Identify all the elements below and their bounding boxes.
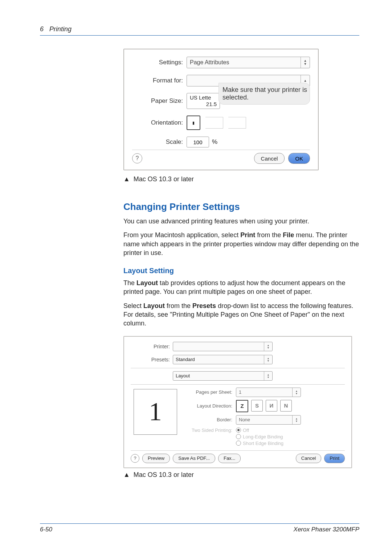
page-number: 6-50: [40, 526, 52, 533]
zigzag-icon: Z: [240, 403, 244, 409]
chapter-title: Printing: [49, 25, 72, 33]
preview-button[interactable]: Preview: [142, 454, 170, 463]
layout-direction-2[interactable]: S: [251, 400, 263, 412]
scale-input[interactable]: [187, 137, 209, 147]
layout-direction-3[interactable]: И: [266, 400, 277, 412]
help-button[interactable]: ?: [132, 153, 142, 163]
ok-button[interactable]: OK: [288, 153, 310, 164]
paper-size-dropdown[interactable]: US Lette 21.5: [187, 93, 220, 109]
page-footer: 6-50 Xerox Phaser 3200MFP: [40, 523, 359, 533]
pane-dropdown[interactable]: Layout▲▼: [173, 371, 273, 381]
presets-label: Presets:: [131, 357, 173, 362]
radio-icon: [236, 441, 241, 446]
tsp-off-radio[interactable]: Off: [236, 428, 283, 433]
print-dialog: Printer: ▲▼ Presets: Standard▲▼ Layout▲▼…: [123, 336, 352, 468]
radio-icon: [236, 434, 241, 439]
separator: [131, 450, 345, 451]
tooltip-callout: Make sure that your printer is selected.: [219, 83, 310, 105]
layout-direction-1[interactable]: Z: [236, 400, 248, 412]
chevron-updown-icon: ▲▼: [301, 57, 310, 68]
help-icon: ?: [136, 155, 139, 162]
pages-per-sheet-dropdown[interactable]: 1▲▼: [236, 388, 301, 397]
triangle-icon: ▲: [123, 471, 130, 479]
help-button[interactable]: ?: [131, 454, 139, 463]
paragraph: From your Macintosh application, select …: [123, 231, 359, 257]
layout-preview: 1: [134, 389, 177, 435]
chevron-updown-icon: ▲▼: [292, 416, 301, 424]
page-setup-dialog: Settings: Page Attributes ▲▼ Format for:…: [123, 49, 319, 170]
layout-direction-4[interactable]: N: [280, 400, 292, 412]
settings-label: Settings:: [132, 59, 187, 66]
paragraph: The Layout tab provides options to adjus…: [123, 279, 359, 296]
settings-dropdown[interactable]: Page Attributes ▲▼: [187, 57, 310, 68]
cancel-button[interactable]: Cancel: [254, 153, 285, 164]
printer-label: Printer:: [131, 344, 173, 349]
paragraph: Select Layout from the Presets drop-down…: [123, 301, 359, 328]
format-for-label: Format for:: [132, 77, 187, 84]
product-name: Xerox Phaser 3200MFP: [294, 526, 359, 533]
help-icon: ?: [134, 455, 136, 461]
orientation-label: Orientation:: [132, 119, 187, 126]
zigzag-icon: S: [255, 402, 259, 409]
subsection-heading: Layout Setting: [123, 267, 359, 275]
two-sided-label: Two Sided Printing:: [186, 428, 236, 433]
orientation-portrait-button[interactable]: ▮: [187, 116, 200, 130]
cancel-button[interactable]: Cancel: [296, 454, 321, 463]
chevron-updown-icon: ▲▼: [264, 372, 272, 380]
paper-size-label: Paper Size:: [132, 97, 187, 105]
chevron-updown-icon: ▲▼: [264, 342, 272, 351]
save-as-pdf-button[interactable]: Save As PDF...: [173, 454, 215, 463]
border-dropdown[interactable]: None▲▼: [236, 415, 301, 425]
scale-unit: %: [212, 138, 217, 146]
fax-button[interactable]: Fax...: [218, 454, 241, 463]
section-heading: Changing Printer Settings: [123, 201, 359, 212]
separator: [131, 384, 345, 385]
chevron-updown-icon: ▲▼: [292, 388, 301, 397]
running-header: 6 Printing: [40, 25, 359, 33]
chapter-number: 6: [40, 25, 44, 33]
triangle-icon: ▲: [123, 175, 130, 183]
zigzag-icon: И: [270, 402, 274, 409]
tsp-long-radio[interactable]: Long-Edge Binding: [236, 434, 283, 439]
figure1-caption: Mac OS 10.3 or later: [134, 175, 194, 183]
presets-dropdown[interactable]: Standard▲▼: [173, 355, 273, 364]
orientation-ghost: [228, 117, 246, 129]
separator: [131, 368, 345, 368]
orientation-ghost: [205, 117, 223, 129]
header-rule: [40, 35, 359, 36]
print-button[interactable]: Print: [324, 454, 345, 463]
tsp-short-radio[interactable]: Short Edge Binding: [236, 441, 283, 446]
radio-icon: [236, 428, 241, 433]
paragraph: You can use advanced printing features w…: [123, 217, 359, 226]
layout-direction-label: Layout Direction:: [186, 403, 236, 409]
border-label: Border:: [186, 417, 236, 422]
scale-label: Scale:: [132, 138, 187, 146]
portrait-icon: ▮: [192, 121, 195, 125]
chevron-updown-icon: ▲▼: [264, 355, 272, 364]
zigzag-icon: N: [284, 402, 288, 409]
pages-per-sheet-label: Pages per Sheet:: [186, 389, 236, 395]
printer-dropdown[interactable]: ▲▼: [173, 342, 273, 351]
figure2-caption: Mac OS 10.3 or later: [134, 471, 194, 479]
